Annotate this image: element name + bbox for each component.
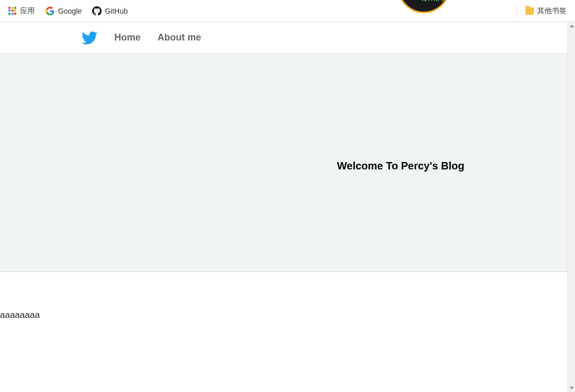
- speed-gauge-widget: 45.7K/s: [398, 0, 450, 13]
- scrollbar-up-button[interactable]: [568, 22, 575, 30]
- nav-home-link[interactable]: Home: [114, 32, 141, 43]
- bookmarks-left-group: 应用 Google GitHub: [4, 4, 132, 18]
- google-icon: [45, 6, 55, 16]
- github-icon: [92, 6, 102, 16]
- speed-text: 45.7K/s: [420, 0, 444, 3]
- page-viewport: Home About me Welcome To Percy's Blog aa…: [0, 22, 575, 392]
- content-text: aaaaaaaa: [0, 310, 567, 320]
- browser-bookmarks-bar: 应用 Google GitHub 45.7K/s 其他书签: [0, 0, 575, 22]
- separator: [517, 5, 517, 17]
- arrow-up-icon: [570, 25, 574, 27]
- page-content: Home About me Welcome To Percy's Blog aa…: [0, 22, 567, 392]
- nav-about-link[interactable]: About me: [157, 32, 201, 43]
- vertical-scrollbar[interactable]: [567, 22, 575, 392]
- bookmarks-right-group: 其他书签: [512, 4, 571, 18]
- other-bookmarks-label: 其他书签: [537, 6, 567, 16]
- hero-banner: Welcome To Percy's Blog: [0, 54, 567, 272]
- bookmark-label: GitHub: [105, 7, 128, 15]
- arrow-down-icon: [570, 387, 574, 389]
- bookmark-google[interactable]: Google: [41, 4, 86, 18]
- hero-title: Welcome To Percy's Blog: [337, 160, 464, 172]
- bookmark-label: Google: [58, 7, 82, 15]
- folder-icon: [526, 7, 534, 15]
- apps-grid-icon: [8, 7, 17, 15]
- twitter-logo-icon[interactable]: [82, 30, 97, 46]
- apps-button[interactable]: 应用: [4, 4, 39, 18]
- site-navigation: Home About me: [0, 22, 567, 54]
- apps-label: 应用: [20, 6, 35, 16]
- scrollbar-down-button[interactable]: [568, 384, 575, 392]
- content-area: aaaaaaaa: [0, 272, 567, 320]
- other-bookmarks-button[interactable]: 其他书签: [521, 4, 571, 18]
- bookmark-github[interactable]: GitHub: [88, 4, 132, 18]
